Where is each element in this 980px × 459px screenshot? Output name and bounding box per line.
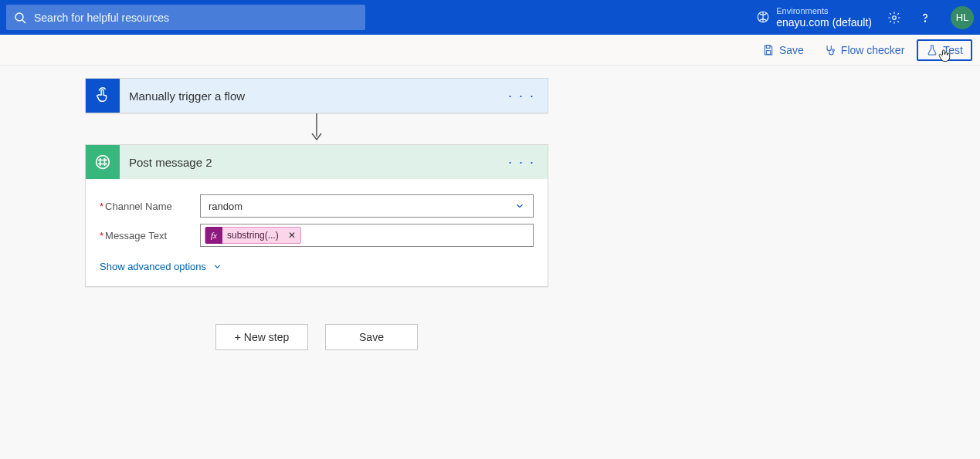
svg-line-1 (22, 20, 25, 23)
field-channel-label: *Channel Name (100, 194, 200, 212)
save-button[interactable]: Save (325, 324, 418, 350)
svg-point-5 (924, 20, 925, 21)
env-name: enayu.com (default) (776, 16, 872, 29)
environment-picker[interactable]: Environments enayu.com (default) (756, 6, 872, 29)
new-step-button[interactable]: + New step (215, 324, 308, 350)
avatar[interactable]: HL (951, 6, 974, 29)
settings-button[interactable] (886, 9, 903, 26)
topbar-right: Environments enayu.com (default) HL (756, 6, 974, 29)
search-input[interactable] (34, 12, 358, 24)
hash-icon (95, 154, 110, 170)
fx-icon: fx (205, 227, 222, 244)
cmd-flow-checker-label: Flow checker (841, 44, 904, 56)
action-menu[interactable]: · · · (508, 154, 548, 170)
search-box[interactable] (6, 5, 365, 30)
svg-point-0 (15, 13, 23, 21)
channel-value: random (209, 201, 242, 212)
help-icon (918, 11, 932, 25)
bottom-actions: + New step Save (85, 324, 548, 350)
trigger-card[interactable]: Manually trigger a flow · · · (85, 78, 548, 113)
cmd-flow-checker[interactable]: Flow checker (816, 39, 912, 61)
trigger-title: Manually trigger a flow (120, 89, 508, 103)
cmd-test[interactable]: Test (917, 39, 972, 61)
search-icon (14, 12, 26, 24)
trigger-menu[interactable]: · · · (508, 88, 548, 104)
environment-icon (756, 10, 770, 24)
fx-text: substring(...) (227, 230, 283, 241)
svg-point-4 (893, 15, 897, 19)
cmd-save-label: Save (779, 44, 804, 56)
flow-arrow (85, 113, 548, 144)
channel-dropdown[interactable]: random (200, 194, 534, 218)
action-body: *Channel Name random *Message Text (86, 179, 548, 286)
stethoscope-icon (824, 44, 836, 56)
show-advanced-label: Show advanced options (100, 261, 206, 272)
field-message: *Message Text fx substring(...) ✕ (100, 224, 534, 247)
action-card[interactable]: Post message 2 · · · *Channel Name rando… (85, 144, 548, 287)
action-icon-box (86, 145, 120, 179)
svg-rect-6 (766, 46, 770, 48)
svg-rect-7 (766, 50, 770, 54)
chevron-down-icon (514, 201, 525, 211)
expression-token[interactable]: fx substring(...) ✕ (205, 227, 301, 244)
command-bar: Save Flow checker Test (0, 35, 980, 66)
field-channel: *Channel Name random (100, 194, 534, 218)
top-bar: Environments enayu.com (default) HL (0, 0, 980, 35)
cmd-test-label: Test (943, 44, 963, 56)
flow-canvas: Manually trigger a flow · · · Post messa… (0, 66, 980, 350)
message-input[interactable]: fx substring(...) ✕ (200, 224, 534, 247)
show-advanced[interactable]: Show advanced options (100, 261, 534, 272)
field-message-label: *Message Text (100, 224, 200, 241)
touch-icon (94, 87, 111, 104)
action-title: Post message 2 (120, 156, 508, 169)
save-icon (762, 44, 775, 56)
gear-icon (887, 11, 901, 25)
token-remove[interactable]: ✕ (283, 230, 300, 241)
flask-icon (926, 44, 938, 56)
env-label: Environments (776, 6, 872, 16)
cmd-save[interactable]: Save (754, 39, 812, 61)
trigger-icon-box (86, 79, 120, 113)
help-button[interactable] (917, 9, 934, 26)
chevron-down-icon (212, 262, 222, 272)
svg-point-10 (97, 156, 110, 169)
svg-point-8 (832, 49, 835, 51)
